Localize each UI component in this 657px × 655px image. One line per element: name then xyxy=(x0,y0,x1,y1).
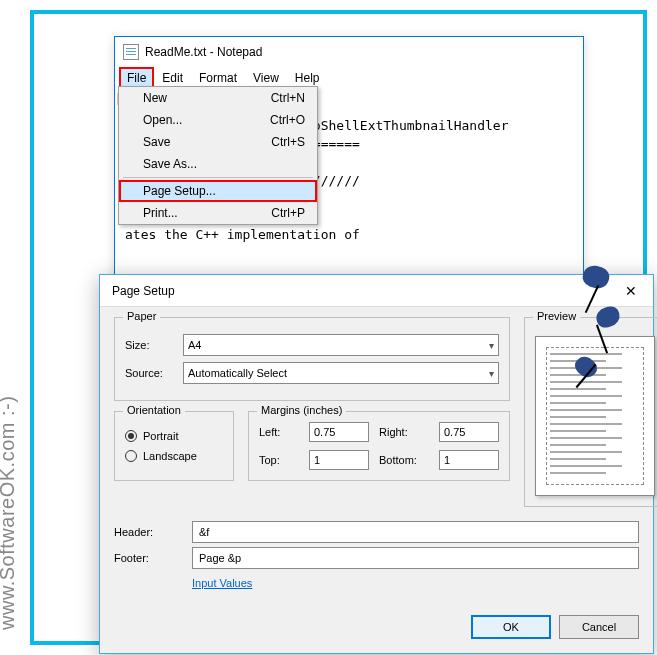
chevron-down-icon: ▾ xyxy=(489,368,494,379)
input-values-link[interactable]: Input Values xyxy=(192,577,252,589)
menu-item-label: Page Setup... xyxy=(143,184,216,198)
source-value: Automatically Select xyxy=(188,367,287,379)
landscape-label: Landscape xyxy=(143,450,197,462)
margin-left-input[interactable]: 0.75 xyxy=(309,422,369,442)
menu-item-shortcut: Ctrl+N xyxy=(271,91,305,105)
header-label: Header: xyxy=(114,526,184,538)
menu-item-label: Save As... xyxy=(143,157,197,171)
chevron-down-icon: ▾ xyxy=(489,340,494,351)
margin-top-label: Top: xyxy=(259,454,299,466)
ok-button[interactable]: OK xyxy=(471,615,551,639)
watermark-text: www.SoftwareOK.com :-) xyxy=(0,396,19,630)
size-label: Size: xyxy=(125,339,175,351)
screenshot-frame: ReadMe.txt - Notepad File Edit Format Vi… xyxy=(30,10,647,645)
orientation-fieldset: Orientation Portrait Landscape xyxy=(114,411,234,481)
landscape-radio[interactable] xyxy=(125,450,137,462)
paper-fieldset: Paper Size: A4 ▾ Source: Automatically S xyxy=(114,317,510,401)
menu-item-label: Save xyxy=(143,135,170,149)
portrait-radio[interactable] xyxy=(125,430,137,442)
header-input[interactable]: &f xyxy=(192,521,639,543)
portrait-label: Portrait xyxy=(143,430,178,442)
menu-item-open[interactable]: Open... Ctrl+O xyxy=(119,109,317,131)
margin-bottom-input[interactable]: 1 xyxy=(439,450,499,470)
notepad-title-text: ReadMe.txt - Notepad xyxy=(145,45,262,59)
menu-item-print[interactable]: Print... Ctrl+P xyxy=(119,202,317,224)
menu-item-label: Open... xyxy=(143,113,182,127)
cancel-button[interactable]: Cancel xyxy=(559,615,639,639)
footer-label: Footer: xyxy=(114,552,184,564)
menu-item-label: Print... xyxy=(143,206,178,220)
menu-separator xyxy=(123,177,313,178)
margin-right-input[interactable]: 0.75 xyxy=(439,422,499,442)
menu-item-shortcut: Ctrl+S xyxy=(271,135,305,149)
margins-fieldset: Margins (inches) Left: 0.75 Right: 0.75 … xyxy=(248,411,510,481)
landscape-radio-row[interactable]: Landscape xyxy=(125,450,223,462)
menu-item-label: New xyxy=(143,91,167,105)
menu-item-new[interactable]: New Ctrl+N xyxy=(119,87,317,109)
margin-left-label: Left: xyxy=(259,426,299,438)
footer-input[interactable]: Page &p xyxy=(192,547,639,569)
notepad-titlebar: ReadMe.txt - Notepad xyxy=(115,37,583,67)
orientation-legend: Orientation xyxy=(123,404,185,416)
margin-right-label: Right: xyxy=(379,426,429,438)
margins-legend: Margins (inches) xyxy=(257,404,346,416)
margin-bottom-label: Bottom: xyxy=(379,454,429,466)
size-select[interactable]: A4 ▾ xyxy=(183,334,499,356)
menu-item-shortcut: Ctrl+O xyxy=(270,113,305,127)
menu-item-save[interactable]: Save Ctrl+S xyxy=(119,131,317,153)
dialog-title-text: Page Setup xyxy=(112,284,175,298)
menu-item-shortcut: Ctrl+P xyxy=(271,206,305,220)
file-menu-dropdown: New Ctrl+N Open... Ctrl+O Save Ctrl+S Sa… xyxy=(118,86,318,225)
source-label: Source: xyxy=(125,367,175,379)
notepad-icon xyxy=(123,44,139,60)
decorative-figures xyxy=(565,266,625,386)
menu-item-pagesetup[interactable]: Page Setup... xyxy=(119,180,317,202)
portrait-radio-row[interactable]: Portrait xyxy=(125,430,223,442)
size-value: A4 xyxy=(188,339,201,351)
source-select[interactable]: Automatically Select ▾ xyxy=(183,362,499,384)
menu-item-saveas[interactable]: Save As... xyxy=(119,153,317,175)
paper-legend: Paper xyxy=(123,310,160,322)
margin-top-input[interactable]: 1 xyxy=(309,450,369,470)
